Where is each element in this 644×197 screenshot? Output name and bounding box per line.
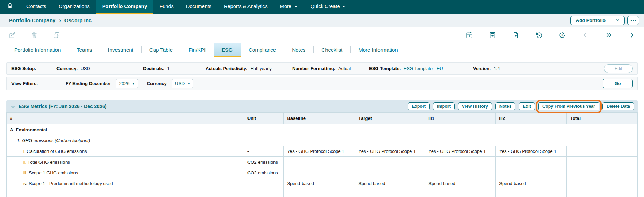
breadcrumb-section[interactable]: Portfolio Company	[9, 17, 55, 23]
table-row-metric: i. Calculation of GHG emissions - Yes - …	[7, 146, 638, 157]
view-history-button[interactable]: View History	[458, 102, 492, 110]
delete-record-button[interactable]	[31, 31, 38, 39]
esg-setup-label: ESG Setup:	[11, 66, 36, 71]
import-button[interactable]: Import	[433, 102, 455, 110]
esg-template-link[interactable]: ESG Template - EU	[404, 66, 443, 71]
copy-from-previous-year-button[interactable]: Copy From Previous Year	[538, 102, 599, 110]
h1-cell[interactable]: Spend-based	[425, 178, 496, 189]
notes-button[interactable]: Notes	[495, 102, 516, 110]
currency-label: Currency:	[56, 66, 78, 71]
double-chevron-right-icon	[605, 32, 612, 39]
delete-data-button[interactable]: Delete Data	[602, 102, 634, 110]
total-cell	[567, 146, 638, 157]
unit-cell: -	[244, 178, 284, 189]
decimals-value: 1	[167, 66, 169, 71]
total-cell	[567, 167, 638, 178]
tab-investment[interactable]: Investment	[100, 43, 141, 57]
nav-item-funds[interactable]: Funds	[153, 0, 180, 14]
add-portfolio-dropdown-button[interactable]	[611, 16, 624, 25]
filter-currency-value: USD	[175, 81, 185, 86]
version-label: Version:	[473, 66, 491, 71]
dropdown-caret-icon: ▾	[188, 82, 190, 85]
h1-cell[interactable]	[425, 157, 496, 167]
h2-cell[interactable]: Spend-based	[496, 178, 567, 189]
metric-name-cell: iv. Scope 1 - Predominant methodology us…	[7, 178, 244, 189]
nav-item-organizations[interactable]: Organizations	[52, 0, 96, 14]
add-portfolio-button[interactable]: Add Portfolio	[571, 16, 611, 25]
chevron-down-icon	[294, 4, 298, 8]
more-actions-button[interactable]: ⋯	[627, 16, 639, 25]
ellipsis-icon: ⋯	[630, 17, 636, 23]
home-button[interactable]	[0, 0, 20, 14]
h2-cell[interactable]	[496, 157, 567, 167]
currency-sync-button[interactable]: $	[558, 31, 566, 39]
target-cell[interactable]	[355, 157, 425, 167]
unit-cell: -	[244, 146, 284, 157]
baseline-cell[interactable]: Spend-based	[284, 178, 355, 189]
edit-record-button[interactable]	[8, 31, 16, 39]
tab-more-information[interactable]: More Information	[350, 43, 406, 57]
add-event-button[interactable]	[465, 31, 473, 39]
currency-value: USD	[80, 66, 90, 71]
baseline-cell[interactable]: Yes - GHG Protocol Scope 1	[284, 146, 355, 157]
baseline-cell[interactable]	[284, 157, 355, 167]
tab-compliance[interactable]: Compliance	[241, 43, 284, 57]
tab-portfolio-information[interactable]: Portfolio Information	[6, 43, 69, 57]
esg-setup-edit-button[interactable]: Edit	[604, 64, 633, 73]
nav-item-contacts[interactable]: Contacts	[20, 0, 52, 14]
version-value: 1.4	[494, 66, 500, 71]
fiscal-year-value: 2026	[119, 81, 130, 86]
go-button[interactable]: Go	[603, 79, 633, 88]
target-cell[interactable]	[355, 167, 425, 178]
h2-cell[interactable]	[496, 167, 567, 178]
nav-item-more[interactable]: More	[274, 0, 304, 14]
edit-button[interactable]: Edit	[519, 102, 535, 110]
tab-checklist[interactable]: Checklist	[313, 43, 350, 57]
breadcrumb: Portfolio Company › Oscorp Inc	[9, 17, 92, 24]
add-form-button[interactable]	[489, 31, 496, 39]
previous-record-button[interactable]	[582, 31, 589, 39]
form-plus-icon	[489, 31, 496, 39]
currency-refresh-icon: $	[558, 31, 566, 39]
filter-currency-select[interactable]: USD ▾	[172, 79, 193, 88]
add-file-button[interactable]	[512, 31, 520, 39]
last-record-button[interactable]	[605, 31, 612, 39]
next-record-button[interactable]	[628, 31, 636, 39]
column-header-h1: H1	[425, 113, 496, 124]
export-button[interactable]: Export	[408, 102, 430, 110]
duplicate-record-button[interactable]	[53, 31, 60, 39]
calendar-plus-icon	[465, 31, 473, 39]
esg-metrics-header: ESG Metrics (FY: Jan 2026 - Dec 2026) Ex…	[6, 100, 638, 112]
view-filters-bar: View Filters: FY Ending December 2026 ▾ …	[6, 77, 638, 90]
tab-fin-kpi[interactable]: Fin/KPI	[181, 43, 214, 57]
nav-item-portfolio-company[interactable]: Portfolio Company	[96, 0, 154, 14]
history-button[interactable]	[535, 31, 543, 39]
tab-cap-table[interactable]: Cap Table	[141, 43, 181, 57]
h2-cell[interactable]: Yes - GHG Protocol Scope 1	[496, 146, 567, 157]
baseline-cell[interactable]	[284, 167, 355, 178]
table-row-metric: iii. Scope 1 GHG emissions CO2 emissions	[7, 167, 638, 178]
collapse-chevron-icon[interactable]	[10, 104, 16, 109]
record-tabs: Portfolio Information Teams Investment C…	[0, 43, 644, 57]
table-header-row: # Unit Baseline Target H1 H2 Total	[7, 113, 638, 124]
esg-template-label: ESG Template:	[369, 66, 401, 71]
target-cell[interactable]: Yes - GHG Protocol Scope 1	[355, 146, 425, 157]
table-row-metric-clipped	[7, 189, 638, 197]
metric-name-cell: ii. Total GHG emissions	[7, 157, 244, 167]
esg-metrics-title: ESG Metrics (FY: Jan 2026 - Dec 2026)	[19, 104, 106, 109]
tab-teams[interactable]: Teams	[69, 43, 100, 57]
h1-cell[interactable]: Yes - GHG Protocol Scope 1	[425, 146, 496, 157]
home-icon	[7, 2, 14, 10]
nav-item-documents[interactable]: Documents	[180, 0, 218, 14]
table-row-section-environmental: A. Environmental	[7, 124, 638, 135]
fiscal-year-select[interactable]: 2026 ▾	[116, 79, 138, 88]
nav-item-reports-analytics[interactable]: Reports & Analytics	[218, 0, 274, 14]
column-header-unit: Unit	[244, 113, 284, 124]
tab-esg[interactable]: ESG	[214, 43, 241, 57]
nav-item-quick-create[interactable]: Quick Create	[304, 0, 353, 14]
h1-cell[interactable]	[425, 167, 496, 178]
edit-pencil-icon	[8, 31, 16, 39]
esg-metrics-table: # Unit Baseline Target H1 H2 Total A. En…	[6, 112, 638, 197]
tab-notes[interactable]: Notes	[284, 43, 313, 57]
target-cell[interactable]: Spend-based	[355, 178, 425, 189]
